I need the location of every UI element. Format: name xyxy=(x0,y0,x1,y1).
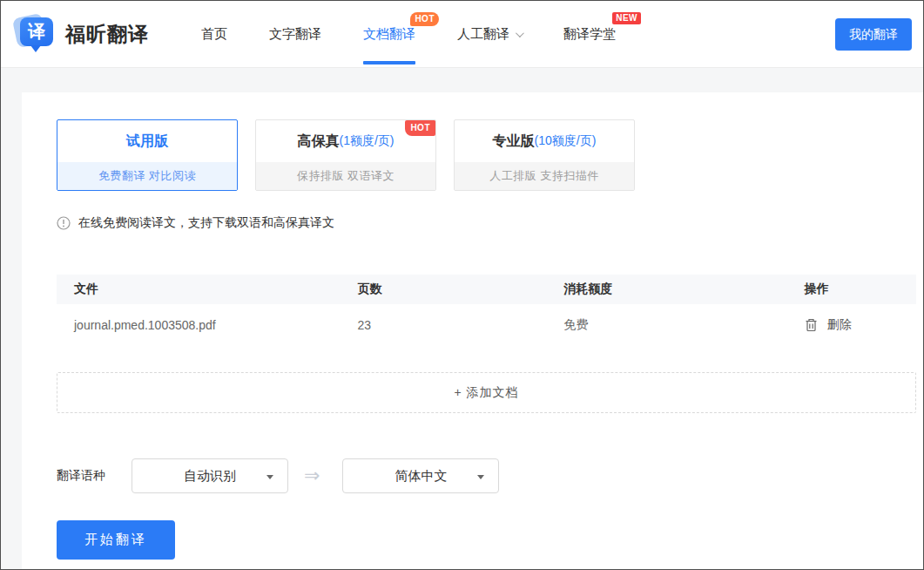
nav-item-label: 首页 xyxy=(201,26,227,43)
direction-arrow-icon: ⇒ xyxy=(304,466,320,485)
table-row: journal.pmed.1003508.pdf 23 免费 删除 xyxy=(57,304,916,346)
main-nav: 首页 文字翻译 文档翻译 HOT 人工翻译 翻译学堂 NEW xyxy=(180,1,637,68)
plan-card-professional[interactable]: 专业版(10额度/页) 人工排版 支持扫描件 xyxy=(454,119,635,191)
table-header: 文件 页数 消耗额度 操作 xyxy=(57,275,916,304)
nav-item-label: 文档翻译 xyxy=(363,26,415,43)
plan-title: 专业版 xyxy=(493,132,535,151)
target-language-value: 简体中文 xyxy=(395,468,447,485)
header-quota: 消耗额度 xyxy=(563,282,804,297)
brand-logo-icon: 译 xyxy=(13,12,57,56)
hot-badge: HOT xyxy=(405,120,435,136)
cell-page-count: 23 xyxy=(357,318,563,332)
caret-down-icon xyxy=(477,475,484,479)
nav-item-translate-academy[interactable]: 翻译学堂 NEW xyxy=(563,1,616,68)
plan-price: (10额度/页) xyxy=(535,133,597,149)
nav-item-home[interactable]: 首页 xyxy=(201,1,227,68)
delete-label: 删除 xyxy=(827,317,852,333)
plan-title: 试用版 xyxy=(126,132,168,151)
content-panel: 试用版 免费翻译 对比阅读 高保真(1额度/页) 保持排版 双语译文 HOT 专… xyxy=(22,92,923,570)
target-language-select[interactable]: 简体中文 xyxy=(342,458,499,493)
notice-row: 在线免费阅读译文，支持下载双语和高保真译文 xyxy=(57,215,916,231)
plan-card-high-fidelity[interactable]: 高保真(1额度/页) 保持排版 双语译文 HOT xyxy=(255,119,436,191)
start-translate-button[interactable]: 开始翻译 xyxy=(57,520,175,560)
delete-file-button[interactable]: 删除 xyxy=(805,317,916,333)
nav-item-label: 文字翻译 xyxy=(269,26,321,43)
trash-icon xyxy=(805,318,818,332)
hot-badge: HOT xyxy=(410,12,439,26)
source-language-value: 自动识别 xyxy=(184,468,236,485)
plan-subtitle: 保持排版 双语译文 xyxy=(256,162,435,190)
add-document-dropzone[interactable]: + 添加文档 xyxy=(57,372,916,413)
cell-file-name: journal.pmed.1003508.pdf xyxy=(57,318,357,332)
plan-subtitle: 人工排版 支持扫描件 xyxy=(455,162,634,190)
nav-item-human-translate[interactable]: 人工翻译 xyxy=(457,1,522,68)
my-translations-button[interactable]: 我的翻译 xyxy=(835,18,912,51)
chevron-down-icon xyxy=(516,29,524,37)
nav-item-label: 人工翻译 xyxy=(457,26,509,43)
header-action: 操作 xyxy=(805,282,916,297)
info-icon xyxy=(57,216,71,230)
plan-subtitle: 免费翻译 对比阅读 xyxy=(57,162,237,190)
plan-card-trial[interactable]: 试用版 免费翻译 对比阅读 xyxy=(57,119,238,191)
new-badge: NEW xyxy=(612,12,641,24)
plan-price: (1额度/页) xyxy=(340,133,395,149)
nav-item-document-translate[interactable]: 文档翻译 HOT xyxy=(363,1,415,68)
plan-selector: 试用版 免费翻译 对比阅读 高保真(1额度/页) 保持排版 双语译文 HOT 专… xyxy=(57,119,916,191)
nav-item-label: 翻译学堂 xyxy=(563,26,616,43)
language-label: 翻译语种 xyxy=(57,468,105,484)
source-language-select[interactable]: 自动识别 xyxy=(132,458,288,493)
language-row: 翻译语种 自动识别 ⇒ 简体中文 xyxy=(57,458,916,493)
header-file: 文件 xyxy=(57,282,357,297)
logo-char: 译 xyxy=(20,17,53,46)
nav-item-text-translate[interactable]: 文字翻译 xyxy=(269,1,321,68)
top-navbar: 译 福昕翻译 首页 文字翻译 文档翻译 HOT 人工翻译 翻译学堂 NEW 我的… xyxy=(1,1,923,68)
plan-title: 高保真 xyxy=(298,132,340,151)
brand-logo[interactable]: 译 福昕翻译 xyxy=(13,12,149,56)
brand-name: 福昕翻译 xyxy=(65,21,149,48)
cell-quota: 免费 xyxy=(563,317,804,333)
header-pages: 页数 xyxy=(357,282,563,297)
notice-text: 在线免费阅读译文，支持下载双语和高保真译文 xyxy=(78,215,334,231)
caret-down-icon xyxy=(266,475,273,479)
file-table: 文件 页数 消耗额度 操作 journal.pmed.1003508.pdf 2… xyxy=(57,275,916,346)
page-background: 试用版 免费翻译 对比阅读 高保真(1额度/页) 保持排版 双语译文 HOT 专… xyxy=(1,68,923,570)
